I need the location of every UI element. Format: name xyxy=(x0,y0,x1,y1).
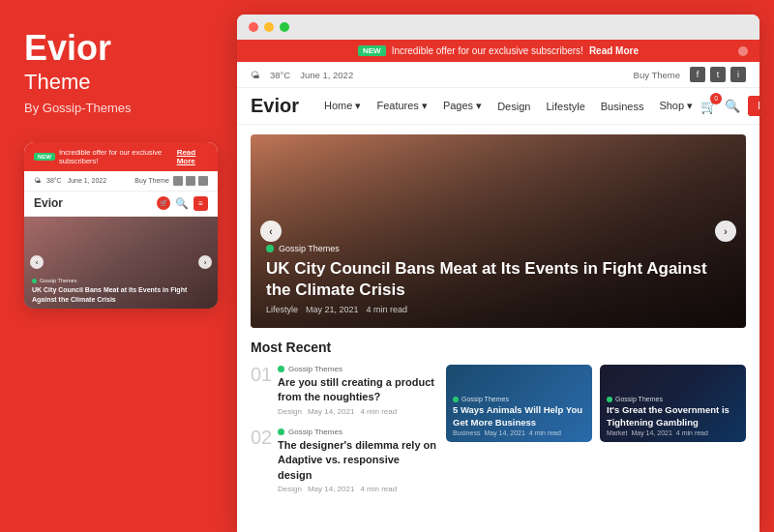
notif-bar: NEW Incredible offer for our exclusive s… xyxy=(237,40,759,62)
article-item-1: 01 Gossip Themes Are you still creating … xyxy=(251,365,436,416)
hero-tag-label: Gossip Themes xyxy=(279,244,340,253)
article-meta-1: Design May 14, 2021 4 min read xyxy=(278,407,436,416)
article-tag-dot-1 xyxy=(278,366,284,372)
mini-hero-caption: Gossip Themes UK City Council Bans Meat … xyxy=(32,278,210,303)
top-bar-date: June 1, 2022 xyxy=(300,70,353,80)
mini-weather: 38°C xyxy=(46,177,62,184)
nav-lifestyle[interactable]: Lifestyle xyxy=(538,97,592,116)
nav-logo: Evior xyxy=(251,95,299,117)
social-icons: f t i xyxy=(690,67,746,82)
browser-window: NEW Incredible offer for our exclusive s… xyxy=(237,15,759,532)
mini-hero-title: UK City Council Bans Meat at Its Events … xyxy=(32,285,210,303)
hero-date: May 21, 2021 xyxy=(306,305,359,314)
mini-notif-text: Incredible offer for our exclusive subsc… xyxy=(59,148,173,165)
top-bar-right: Buy Theme f t i xyxy=(634,67,746,82)
card-tag-1: Gossip Themes xyxy=(453,396,585,402)
article-meta-2: Design May 14, 2021 4 min read xyxy=(278,485,436,493)
article-content-1: Gossip Themes Are you still creating a p… xyxy=(278,365,436,416)
mini-facebook-icon[interactable] xyxy=(173,176,183,186)
article-title-2[interactable]: The designer's dilemma rely on Adaptive … xyxy=(278,438,436,483)
article-number-1: 01 xyxy=(251,365,270,384)
weather-temp: 38°C xyxy=(270,70,290,80)
article-category-2: Design xyxy=(278,485,302,493)
notif-badge: NEW xyxy=(358,45,386,56)
mini-read-more[interactable]: Read More xyxy=(177,148,208,165)
hero-prev-button[interactable]: ‹ xyxy=(260,221,282,242)
card-2[interactable]: Gossip Themes It's Great the Government … xyxy=(600,365,746,442)
card-title-1: 5 Ways Animals Will Help You Get More Bu… xyxy=(453,404,585,429)
mini-weather-icon: 🌤 xyxy=(34,177,41,184)
card-tag-dot-2 xyxy=(607,397,612,402)
weather-icon: 🌤 xyxy=(251,70,260,80)
hero-title[interactable]: UK City Council Bans Meat at Its Events … xyxy=(266,258,730,301)
hero-caption: Gossip Themes UK City Council Bans Meat … xyxy=(266,244,730,314)
register-button[interactable]: Register Now xyxy=(748,96,759,116)
card-caption-1: Gossip Themes 5 Ways Animals Will Help Y… xyxy=(453,396,585,436)
twitter-icon[interactable]: t xyxy=(710,67,726,82)
mini-date: June 1, 2022 xyxy=(68,177,106,184)
nav-business[interactable]: Business xyxy=(593,97,652,116)
mini-nav: Evior 🛒 🔍 ≡ xyxy=(24,192,218,217)
hero-next-button[interactable]: › xyxy=(715,221,736,242)
mini-hero-nav: ‹ › xyxy=(24,255,218,269)
notif-close-icon[interactable] xyxy=(738,46,748,56)
article-date-2: May 14, 2021 xyxy=(308,485,354,493)
mini-meta-bar: 🌤 38°C June 1, 2022 Buy Theme xyxy=(24,171,218,192)
nav-cart[interactable]: 🛒 0 xyxy=(700,98,717,115)
main-nav: Evior Home ▾ Features ▾ Pages ▾ Design L… xyxy=(237,88,759,125)
mini-twitter-icon[interactable] xyxy=(186,176,195,186)
hero-tag: Gossip Themes xyxy=(266,244,730,253)
card-title-2: It's Great the Government is Tightening … xyxy=(607,404,739,429)
mini-meta-left: 🌤 38°C June 1, 2022 xyxy=(34,177,106,184)
hero-tag-dot xyxy=(266,245,274,252)
brand-subtitle: Theme xyxy=(24,70,213,95)
article-read-time-2: 4 min read xyxy=(360,485,397,493)
article-content-2: Gossip Themes The designer's dilemma rel… xyxy=(278,428,436,493)
article-title-1[interactable]: Are you still creating a product from th… xyxy=(278,375,436,405)
cards-row: Gossip Themes 5 Ways Animals Will Help Y… xyxy=(446,365,746,442)
mini-instagram-icon[interactable] xyxy=(198,176,208,186)
nav-features[interactable]: Features ▾ xyxy=(369,96,434,116)
nav-actions: 🛒 0 🔍 Register Now xyxy=(700,96,759,116)
mini-social-icons xyxy=(173,176,208,186)
facebook-icon[interactable]: f xyxy=(690,67,705,82)
notif-text: Incredible offer for our exclusive subsc… xyxy=(392,45,583,56)
nav-design[interactable]: Design xyxy=(490,97,538,116)
nav-home[interactable]: Home ▾ xyxy=(316,96,369,116)
nav-pages[interactable]: Pages ▾ xyxy=(435,96,490,116)
mini-hero-tag: Gossip Themes xyxy=(32,278,210,283)
mini-hero-tag-dot xyxy=(32,279,37,283)
buy-theme-link[interactable]: Buy Theme xyxy=(634,70,680,80)
nav-search-icon[interactable]: 🔍 xyxy=(725,99,740,113)
hero-read-time: 4 min read xyxy=(367,305,408,314)
notif-read-more[interactable]: Read More xyxy=(589,45,639,56)
mini-next-arrow[interactable]: › xyxy=(198,255,212,269)
mini-cart-icon[interactable]: 🛒 xyxy=(157,196,170,210)
browser-chrome xyxy=(237,15,759,40)
card-tag-dot-1 xyxy=(453,397,459,402)
browser-dot-yellow[interactable] xyxy=(264,22,274,32)
mini-menu-btn[interactable]: ≡ xyxy=(194,196,208,211)
mini-buy-theme[interactable]: Buy Theme xyxy=(134,177,169,184)
instagram-icon[interactable]: i xyxy=(730,67,746,82)
card-meta-1: Business May 14, 2021 4 min read xyxy=(453,429,585,436)
cart-badge: 0 xyxy=(710,93,722,104)
left-panel: Evior Theme By Gossip-Themes NEW Incredi… xyxy=(0,0,237,532)
card-caption-2: Gossip Themes It's Great the Government … xyxy=(607,396,739,436)
article-date-1: May 14, 2021 xyxy=(308,407,354,416)
browser-dot-red[interactable] xyxy=(249,22,258,32)
mini-logo: Evior xyxy=(34,196,63,210)
nav-shop[interactable]: Shop ▾ xyxy=(651,96,700,116)
mini-notif-bar: NEW Incredible offer for our exclusive s… xyxy=(24,142,218,171)
browser-dot-green[interactable] xyxy=(280,22,289,32)
hero-meta: Lifestyle May 21, 2021 4 min read xyxy=(266,305,730,314)
brand-title: Evior xyxy=(24,29,213,68)
articles-list: 01 Gossip Themes Are you still creating … xyxy=(251,365,436,493)
article-tag-1: Gossip Themes xyxy=(278,365,436,373)
browser-body: NEW Incredible offer for our exclusive s… xyxy=(237,40,759,532)
mini-prev-arrow[interactable]: ‹ xyxy=(30,255,44,269)
card-1[interactable]: Gossip Themes 5 Ways Animals Will Help Y… xyxy=(446,365,592,442)
mini-search-icon[interactable]: 🔍 xyxy=(175,197,189,210)
nav-items: Home ▾ Features ▾ Pages ▾ Design Lifesty… xyxy=(316,96,700,116)
brand-by: By Gossip-Themes xyxy=(24,101,213,115)
